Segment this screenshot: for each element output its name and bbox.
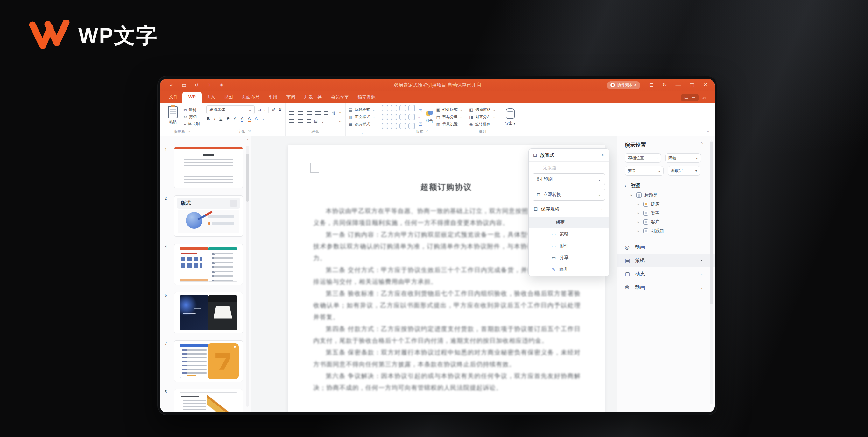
panel-section-row[interactable]: ◎ 动画	[625, 240, 715, 254]
ribbon-tab[interactable]: 引用	[264, 92, 282, 103]
paste-button[interactable]: 粘贴	[165, 106, 181, 129]
arrange-row-button[interactable]: ◉ 旋转排列 ⌄	[469, 122, 496, 127]
minimize-button[interactable]: —	[676, 83, 681, 88]
layout-gallery-cell[interactable]	[408, 105, 415, 112]
ribbon-tab[interactable]: 文件	[164, 92, 182, 103]
panel-collapse-icon[interactable]: ↖	[701, 141, 704, 145]
settings-select-4[interactable]: 渐取定 ▾	[668, 166, 700, 175]
ribbon-tab[interactable]: 开发工具	[300, 92, 327, 103]
popup-list-item[interactable]: ▭ 分享	[529, 252, 609, 263]
numbering-icon[interactable]	[298, 119, 303, 123]
ribbon-tab[interactable]: 审阅	[282, 92, 300, 103]
popup-select-2[interactable]: ⊟ 立即转换 ⌄	[532, 188, 605, 201]
thumbnail-scrollbar-thumb[interactable]	[246, 154, 249, 202]
shape-tool-icon[interactable]: ◳	[418, 108, 422, 113]
thumbnail-card[interactable]: ⌄	[174, 341, 243, 382]
tree-leaf-row[interactable]: ▸ 客户	[625, 217, 715, 227]
popup-selected-item[interactable]: 绑定	[529, 216, 609, 228]
layout-row-button[interactable]: ▥ 背景设置 ⌄	[436, 122, 463, 127]
clipboard-button[interactable]: ⌁ 格式刷	[184, 121, 199, 127]
ribbon-tab[interactable]: WP	[182, 92, 202, 103]
clipboard-button[interactable]: ⧉ 复制	[184, 107, 199, 113]
quick-access-icon[interactable]: ♢	[207, 83, 211, 88]
ribbon-tab[interactable]: 视图	[220, 92, 238, 103]
layout-gallery-cell[interactable]	[408, 123, 415, 129]
popup-expand-row[interactable]: ⊟ 保存规格 ⌄	[529, 203, 609, 215]
layout-gallery-cell[interactable]	[400, 123, 406, 129]
ribbon-tab[interactable]: 稻壳资源	[353, 92, 380, 103]
close-icon[interactable]: ✕	[601, 152, 604, 158]
layout-gallery-cell[interactable]	[391, 123, 397, 129]
font-style-button[interactable]: A	[234, 117, 237, 121]
maximize-button[interactable]: ▢	[689, 83, 694, 88]
font-style-button[interactable]: B	[207, 117, 210, 121]
raise-icon[interactable]: ⌃	[339, 111, 342, 116]
align-center-icon[interactable]	[298, 111, 303, 115]
font-family-select[interactable]: 思源黑体 ⌄	[206, 106, 255, 114]
popup-list-item[interactable]: ▭ 附件	[529, 240, 609, 252]
more-dot-icon[interactable]: ·	[264, 107, 266, 112]
font-style-button[interactable]: A	[248, 117, 250, 121]
align-right-icon[interactable]	[307, 111, 312, 115]
panel-section-row[interactable]: ▢ 动态 ⌄	[625, 267, 715, 281]
font-style-button[interactable]: ⌄	[261, 117, 265, 120]
settings-select-1[interactable]: 存档位置 ⌄	[625, 153, 661, 163]
layout-gallery-cell[interactable]	[382, 105, 388, 112]
tree-leaf-row[interactable]: ▸ 建房	[625, 200, 715, 209]
lower-icon[interactable]: ⌄	[339, 118, 342, 123]
settings-scrollbar-thumb[interactable]	[710, 142, 713, 304]
layout-gallery-cell[interactable]	[391, 105, 397, 112]
layout-gallery-cell[interactable]	[382, 114, 388, 120]
sync-icon[interactable]: ↻	[662, 83, 666, 88]
borders-icon[interactable]: ⊟	[314, 119, 318, 124]
layout-row-button[interactable]: ▣ 幻灯版式 ⌄	[436, 107, 463, 112]
tree-root-row[interactable]: ▸ 资源	[625, 181, 715, 191]
style-row-button[interactable]: ▤ 标题样式 ⌄	[349, 107, 375, 112]
tree-child-row[interactable]: ▸ 标题类	[625, 191, 715, 200]
thumbnail-card[interactable]: ⌄	[174, 292, 243, 333]
clear-format-icon[interactable]: ✗	[278, 107, 282, 112]
font-size-icon[interactable]: ⊟	[257, 107, 261, 112]
align-left-icon[interactable]	[289, 111, 294, 115]
style-row-button[interactable]: ▦ 强调样式 ⌄	[349, 122, 375, 127]
settings-scrollbar[interactable]	[710, 141, 713, 404]
popup-list-item[interactable]: ▭ 策略	[529, 228, 609, 240]
layout-gallery-cell[interactable]	[408, 114, 415, 120]
layout-gallery-cell[interactable]	[391, 114, 397, 120]
collapse-ribbon-icon[interactable]: ⌄	[706, 129, 710, 133]
bullets-icon[interactable]	[307, 119, 311, 123]
panel-section-row[interactable]: ❀ 动画 ⌄	[625, 281, 715, 294]
layout-gallery-cell[interactable]	[400, 105, 406, 112]
tree-leaf-row[interactable]: ▸ 赞等	[625, 209, 715, 217]
ribbon-tab[interactable]: 页面布局	[238, 92, 264, 103]
ribbon-tab[interactable]: 会员专享	[327, 92, 353, 103]
pin-ribbon-icon[interactable]: ✄	[703, 95, 706, 100]
font-style-button[interactable]: U	[219, 117, 222, 121]
shape-tool-icon[interactable]: ◰	[418, 121, 422, 126]
align-justify-icon[interactable]	[315, 111, 321, 115]
thumbnail-card[interactable]: ⌄	[174, 147, 243, 188]
font-style-button[interactable]: I	[214, 117, 216, 121]
settings-select-2[interactable]: 降幅 ▾	[665, 153, 701, 163]
thumbnail-scrollbar[interactable]	[246, 146, 249, 407]
layout-row-button[interactable]: ▤ 节与分组 ⌄	[436, 114, 463, 120]
export-button[interactable]: 导出 ▾	[502, 106, 518, 129]
style-row-button[interactable]: ▥ 正文样式 ⌄	[349, 114, 375, 120]
collab-pill-button[interactable]: 协作素材 >	[607, 81, 641, 89]
ribbon-display-icon[interactable]: ↩	[692, 95, 695, 100]
scroll-up-icon[interactable]: ⌃	[246, 139, 249, 143]
shape-tool-icon[interactable]: ▫	[418, 115, 422, 119]
font-style-button[interactable]: A	[255, 117, 257, 121]
popup-select-1[interactable]: 6寸印刷 ⌄	[532, 173, 605, 185]
ribbon-display-icon[interactable]: ▭	[684, 95, 688, 100]
popup-list-item[interactable]: ✎ 稿升	[529, 263, 609, 275]
quick-access-icon[interactable]: ✓	[169, 83, 174, 88]
shading-icon[interactable]: ⌄	[321, 119, 325, 124]
thumbnail-card[interactable]: 版式 ⌄	[174, 195, 243, 237]
tree-leaf-row[interactable]: ▸ 习践知	[625, 227, 715, 235]
layout-gallery-cell[interactable]	[400, 114, 406, 120]
quick-access-icon[interactable]: ▤	[182, 83, 186, 88]
close-button[interactable]: ✕	[704, 83, 708, 88]
clipboard-button[interactable]: ✄ 剪切	[184, 114, 199, 120]
format-painter-icon[interactable]: ✐	[272, 107, 275, 112]
